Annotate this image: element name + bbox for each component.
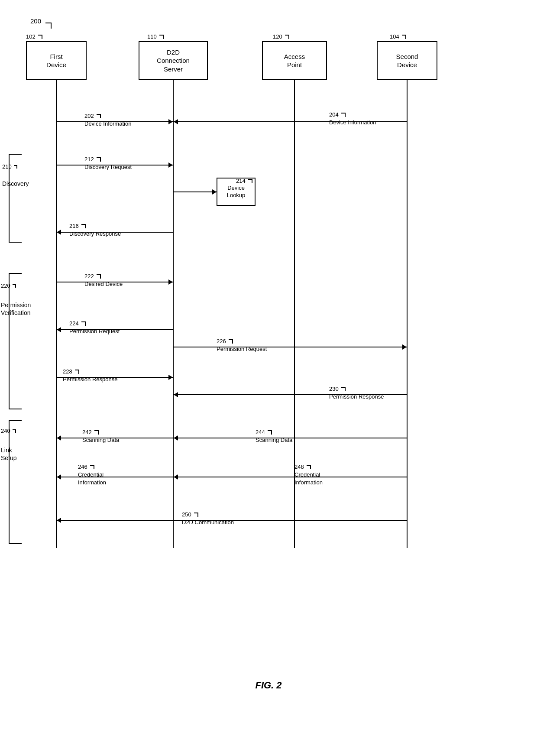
first-device-label: FirstDevice bbox=[46, 52, 66, 69]
main-ref-corner bbox=[45, 23, 52, 29]
label-discovery-ref: 210 bbox=[2, 162, 17, 170]
label-discovery: Discovery bbox=[2, 180, 29, 188]
access-point-box: AccessPoint bbox=[262, 41, 327, 80]
first-device-box: FirstDevice bbox=[26, 41, 87, 80]
label-244: 244 Scanning Data bbox=[256, 428, 292, 444]
label-linksetup: LinkSetup bbox=[1, 446, 20, 462]
label-222: 222 Desired Device bbox=[84, 272, 123, 288]
figure-label: FIG. 2 bbox=[0, 680, 537, 691]
label-228: 228 Permission Response bbox=[63, 367, 117, 383]
second-device-box: SecondDevice bbox=[377, 41, 437, 80]
label-216: 216 Discovery Response bbox=[69, 222, 121, 237]
label-246: 246 Credential Information bbox=[78, 463, 106, 486]
node-104-ref: 104 bbox=[390, 32, 406, 40]
label-202: 202 Device Information bbox=[84, 112, 131, 127]
node-102-ref: 102 bbox=[26, 32, 42, 40]
label-212: 212 Discovery Request bbox=[84, 155, 132, 171]
arrow-214-line bbox=[174, 191, 217, 192]
arrow-226 bbox=[174, 347, 407, 347]
label-204: 204 Device Information bbox=[329, 110, 376, 126]
second-device-label: SecondDevice bbox=[396, 52, 418, 69]
permission-bracket bbox=[9, 273, 22, 409]
lifeline-second bbox=[407, 80, 408, 548]
node-120-ref: 120 bbox=[273, 32, 289, 40]
device-lookup-label: DeviceLookup bbox=[227, 185, 246, 199]
label-248: 248 Credential Information bbox=[294, 463, 323, 486]
label-214: 214 bbox=[236, 177, 252, 185]
d2d-server-label: D2DConnectionServer bbox=[157, 48, 190, 74]
label-permission-ref: 220 bbox=[1, 282, 16, 289]
label-242: 242 Scanning Data bbox=[82, 428, 119, 444]
sequence-diagram: 200 102 FirstDevice 110 D2DConnectionSer… bbox=[0, 0, 537, 715]
d2d-server-box: D2DConnectionServer bbox=[139, 41, 208, 80]
node-110-ref: 110 bbox=[147, 32, 164, 40]
access-point-label: AccessPoint bbox=[284, 52, 305, 69]
main-ref: 200 bbox=[30, 17, 41, 25]
label-linksetup-ref: 240 bbox=[1, 427, 16, 435]
arrow-246 bbox=[57, 477, 173, 477]
label-permission: PermissionVerification bbox=[1, 301, 20, 317]
label-226: 226 Permission Request bbox=[217, 337, 267, 353]
label-230: 230 Permission Response bbox=[329, 385, 384, 400]
label-224: 224 Permission Request bbox=[69, 319, 120, 335]
arrow-248 bbox=[174, 477, 407, 477]
label-250: 250 D2D Communication bbox=[182, 510, 234, 526]
linksetup-bracket bbox=[9, 420, 22, 544]
